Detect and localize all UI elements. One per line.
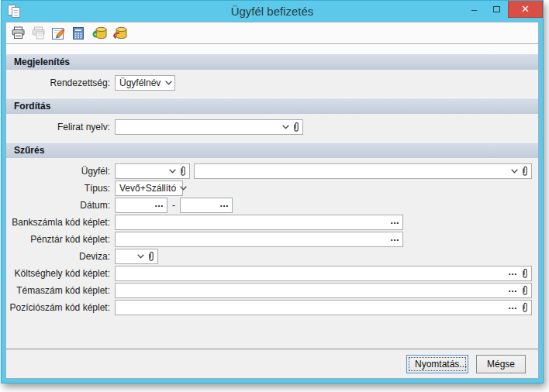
row-order: Rendezettség: Ügyfélnév — [6, 75, 538, 91]
design-icon — [51, 26, 66, 40]
paperclip-icon[interactable] — [521, 302, 529, 313]
row-bank: Bankszámla kód képlet: … — [6, 215, 538, 230]
caption-language-input[interactable] — [118, 121, 280, 133]
topic-ellipsis-button[interactable]: … — [508, 285, 518, 293]
date-from-field[interactable]: … — [115, 198, 167, 213]
window-title: Ügyfél befizetés — [2, 5, 543, 18]
position-formula-input[interactable] — [118, 301, 506, 314]
database-export-button[interactable] — [109, 24, 128, 43]
database-import-icon — [91, 26, 107, 40]
date-label: Dátum: — [6, 200, 115, 211]
order-value: Ügyfélnév — [118, 77, 162, 88]
date-to-ellipsis-button[interactable]: … — [219, 200, 230, 208]
paperclip-icon[interactable] — [521, 268, 529, 279]
costcenter-formula-input[interactable] — [118, 267, 506, 280]
row-costcenter: Költséghely kód képlet: … — [6, 266, 538, 281]
date-to-field[interactable]: … — [180, 198, 233, 213]
caption-language-label: Felirat nyelv: — [6, 122, 115, 132]
row-position: Pozíciószám kód képlet: … — [6, 300, 538, 315]
costcenter-formula-field[interactable]: … — [115, 266, 532, 281]
dialog-inner: Megjelenítés Rendezettség: Ügyfélnév For… — [5, 22, 539, 379]
customer-code-input[interactable] — [118, 165, 167, 177]
paperclip-icon[interactable] — [521, 166, 529, 177]
dialog-window: Ügyfél befizetés – ✕ — [1, 0, 544, 383]
currency-label: Deviza: — [6, 251, 115, 262]
cash-formula-input[interactable] — [118, 233, 388, 246]
row-caption-language: Felirat nyelv: — [6, 119, 538, 135]
date-to-input[interactable] — [183, 199, 217, 211]
type-value: Vevő+Szállító — [118, 183, 178, 194]
caption-language-combo[interactable] — [115, 119, 303, 135]
top-strip — [6, 44, 538, 53]
section-header-translation: Fordítás — [6, 98, 538, 114]
print-icon — [11, 26, 26, 40]
topic-formula-input[interactable] — [118, 284, 506, 297]
customer-name-input[interactable] — [197, 165, 509, 177]
toolbar — [5, 22, 539, 44]
costcenter-label: Költséghely kód képlet: — [6, 268, 115, 279]
form-area: Megjelenítés Rendezettség: Ügyfélnév For… — [5, 44, 539, 379]
print-preview-icon — [31, 26, 46, 40]
chevron-down-icon[interactable] — [169, 169, 176, 174]
section-header-filter: Szűrés — [6, 142, 538, 158]
position-formula-field[interactable]: … — [115, 300, 532, 315]
design-button[interactable] — [49, 24, 67, 43]
row-customer: Ügyfél: — [6, 163, 538, 179]
customer-code-combo[interactable] — [115, 163, 190, 179]
topic-label: Témaszám kód képlet: — [6, 285, 115, 296]
type-select[interactable]: Vevő+Szállító — [115, 181, 183, 196]
position-label: Pozíciószám kód képlet: — [6, 302, 115, 313]
bank-formula-field[interactable]: … — [115, 215, 403, 230]
currency-input[interactable] — [118, 250, 135, 263]
close-button[interactable]: ✕ — [508, 1, 543, 18]
bank-formula-input[interactable] — [118, 216, 388, 229]
type-label: Típus: — [6, 183, 115, 194]
order-select[interactable]: Ügyfélnév — [115, 75, 175, 91]
position-ellipsis-button[interactable]: … — [508, 302, 518, 310]
print-preview-button[interactable] — [29, 24, 47, 43]
cash-ellipsis-button[interactable]: … — [390, 234, 400, 242]
cash-label: Pénztár kód képlet: — [6, 234, 115, 245]
bank-ellipsis-button[interactable]: … — [390, 217, 400, 225]
cancel-button[interactable]: Mégse — [476, 355, 526, 373]
customer-label: Ügyfél: — [6, 166, 115, 177]
row-cash: Pénztár kód képlet: … — [6, 232, 538, 247]
paperclip-icon[interactable] — [292, 122, 300, 132]
calculator-icon — [71, 26, 85, 40]
row-date: Dátum: … - … — [6, 198, 538, 213]
date-from-input[interactable] — [118, 199, 152, 211]
footer: Nyomtatás... Mégse — [6, 349, 538, 378]
topic-formula-field[interactable]: … — [115, 283, 532, 298]
title-bar: Ügyfél befizetés – ✕ — [2, 1, 543, 22]
print-action-button[interactable]: Nyomtatás... — [406, 355, 468, 373]
database-export-icon — [111, 26, 127, 40]
screenshot-stage: Ügyfél befizetés – ✕ — [0, 0, 549, 392]
minimize-button[interactable]: – — [463, 1, 485, 18]
chevron-down-icon[interactable] — [511, 169, 518, 174]
calculator-button[interactable] — [69, 24, 88, 43]
bank-label: Bankszámla kód képlet: — [6, 217, 115, 228]
paperclip-icon[interactable] — [179, 166, 187, 177]
caption-buttons: – ✕ — [463, 1, 543, 18]
customer-name-combo[interactable] — [194, 163, 532, 179]
order-label: Rendezettség: — [6, 77, 115, 88]
date-separator: - — [172, 200, 175, 211]
cash-formula-field[interactable]: … — [115, 232, 403, 247]
chevron-down-icon[interactable] — [282, 125, 289, 129]
row-currency: Deviza: — [6, 249, 538, 264]
row-topic: Témaszám kód képlet: … — [6, 283, 538, 298]
maximize-button[interactable] — [485, 1, 508, 18]
paperclip-icon[interactable] — [147, 251, 155, 262]
chevron-down-icon — [165, 81, 172, 85]
row-type: Típus: Vevő+Szállító — [6, 181, 538, 196]
paperclip-icon[interactable] — [521, 285, 529, 296]
print-button[interactable] — [9, 24, 27, 43]
costcenter-ellipsis-button[interactable]: … — [508, 268, 518, 276]
date-from-ellipsis-button[interactable]: … — [154, 200, 164, 208]
maximize-icon — [493, 6, 500, 12]
chevron-down-icon — [180, 186, 187, 191]
database-import-button[interactable] — [89, 24, 108, 43]
section-header-display: Megjelenítés — [6, 53, 538, 70]
currency-combo[interactable] — [115, 249, 158, 264]
chevron-down-icon[interactable] — [137, 254, 144, 259]
